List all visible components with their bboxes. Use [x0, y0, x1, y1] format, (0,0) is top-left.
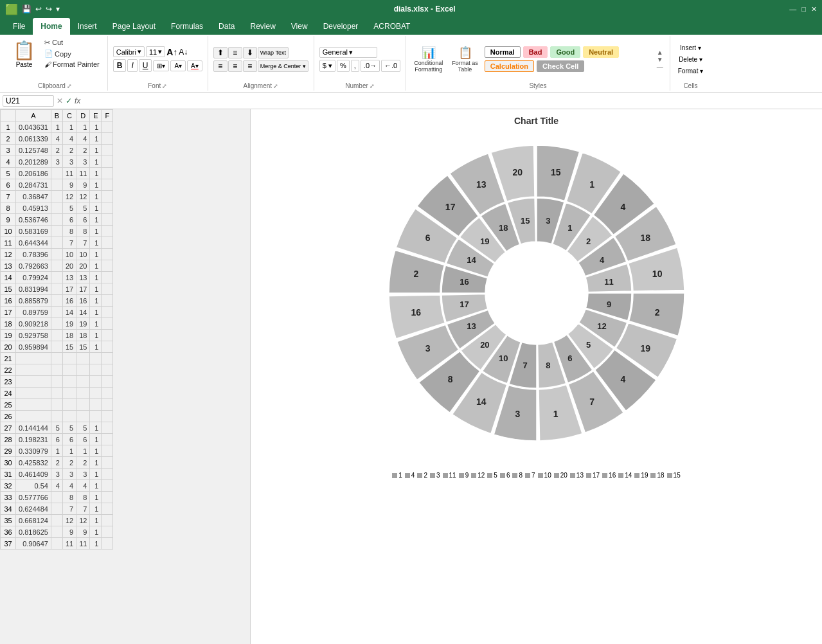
cell[interactable]: [90, 411, 102, 422]
cell[interactable]: 11: [62, 168, 76, 179]
cell[interactable]: 1: [90, 249, 102, 260]
col-header-a[interactable]: A: [16, 110, 51, 121]
row-header[interactable]: 3: [1, 145, 16, 156]
align-bottom-btn[interactable]: ⬇: [243, 47, 257, 58]
cell[interactable]: 3: [62, 156, 76, 168]
cell[interactable]: 1: [76, 445, 90, 457]
cell[interactable]: 4: [62, 480, 76, 492]
cell[interactable]: [102, 469, 113, 480]
cell[interactable]: 1: [90, 526, 102, 538]
formula-input[interactable]: [83, 96, 819, 106]
cell[interactable]: 4: [51, 480, 62, 492]
tab-developer[interactable]: Developer: [316, 18, 366, 35]
cell[interactable]: 9: [62, 526, 76, 538]
bold-button[interactable]: B: [113, 59, 127, 72]
font-size-selector[interactable]: 11 ▾: [146, 46, 165, 57]
row-header[interactable]: 32: [1, 480, 16, 492]
cell[interactable]: 1: [90, 283, 102, 295]
cell[interactable]: [62, 399, 76, 411]
merge-center-btn[interactable]: Merge & Center ▾: [258, 60, 308, 72]
cell[interactable]: 5: [76, 202, 90, 214]
tab-view[interactable]: View: [283, 18, 316, 35]
cell[interactable]: 1: [90, 226, 102, 237]
cell[interactable]: 0.125748: [16, 145, 51, 156]
row-header[interactable]: 25: [1, 399, 16, 411]
cell[interactable]: [102, 283, 113, 295]
cell[interactable]: 1: [90, 538, 102, 550]
cell[interactable]: [102, 480, 113, 492]
cell[interactable]: 6: [76, 434, 90, 445]
cell[interactable]: [102, 515, 113, 526]
row-header[interactable]: 36: [1, 526, 16, 538]
cell[interactable]: 1: [90, 469, 102, 480]
row-header[interactable]: 9: [1, 214, 16, 226]
cell[interactable]: 18: [62, 330, 76, 341]
tab-acrobat[interactable]: ACROBAT: [366, 18, 418, 35]
cell[interactable]: 19: [76, 318, 90, 330]
cell[interactable]: 0.425832: [16, 457, 51, 469]
cell[interactable]: 0.792663: [16, 260, 51, 272]
row-header[interactable]: 21: [1, 353, 16, 364]
cell[interactable]: 17: [62, 283, 76, 295]
cell[interactable]: 0.043631: [16, 121, 51, 133]
cell[interactable]: [51, 526, 62, 538]
cell[interactable]: 0.831994: [16, 283, 51, 295]
cell[interactable]: [102, 330, 113, 341]
style-calculation[interactable]: Calculation: [485, 60, 534, 72]
format-cells-btn[interactable]: Format ▾: [675, 66, 706, 76]
row-header[interactable]: 11: [1, 237, 16, 249]
cell[interactable]: [62, 388, 76, 399]
cell[interactable]: [51, 330, 62, 341]
tab-insert[interactable]: Insert: [70, 18, 105, 35]
increase-decimal-btn[interactable]: .0→: [361, 60, 380, 72]
maximize-btn[interactable]: □: [801, 5, 806, 13]
copy-button[interactable]: 📄 Copy: [42, 48, 102, 59]
row-header[interactable]: 19: [1, 330, 16, 341]
cell[interactable]: 7: [62, 503, 76, 515]
cell[interactable]: 12: [62, 191, 76, 202]
row-header[interactable]: 24: [1, 388, 16, 399]
cell[interactable]: 1: [90, 168, 102, 179]
conditional-formatting-btn[interactable]: 📊 ConditionalFormatting: [411, 43, 445, 75]
cell[interactable]: 11: [76, 168, 90, 179]
cell[interactable]: 0.818625: [16, 526, 51, 538]
cell[interactable]: 0.78396: [16, 249, 51, 260]
row-header[interactable]: 35: [1, 515, 16, 526]
cell[interactable]: 14: [62, 307, 76, 318]
cell[interactable]: 0.54: [16, 480, 51, 492]
font-increase-btn[interactable]: A↑: [166, 47, 177, 57]
row-header[interactable]: 4: [1, 156, 16, 168]
cell[interactable]: 5: [51, 422, 62, 434]
tab-file[interactable]: File: [5, 18, 33, 35]
row-header[interactable]: 16: [1, 295, 16, 307]
cell[interactable]: 1: [90, 214, 102, 226]
cell[interactable]: [16, 364, 51, 376]
percent-btn[interactable]: %: [337, 60, 350, 72]
row-header[interactable]: 34: [1, 503, 16, 515]
cell[interactable]: 1: [90, 237, 102, 249]
cell[interactable]: [102, 457, 113, 469]
cell[interactable]: 1: [90, 341, 102, 353]
cell[interactable]: 11: [62, 538, 76, 550]
number-expand-icon[interactable]: ⤢: [370, 83, 375, 89]
cell[interactable]: 1: [90, 121, 102, 133]
row-header[interactable]: 27: [1, 422, 16, 434]
cell[interactable]: [76, 411, 90, 422]
row-header[interactable]: 5: [1, 168, 16, 179]
cell[interactable]: 1: [90, 179, 102, 191]
font-color-button[interactable]: A▾: [187, 60, 202, 71]
formula-cancel-btn[interactable]: ✕: [57, 96, 63, 105]
row-header[interactable]: 7: [1, 191, 16, 202]
cell[interactable]: [76, 388, 90, 399]
cell[interactable]: 1: [90, 272, 102, 283]
cell[interactable]: [51, 353, 62, 364]
col-header-d[interactable]: D: [76, 110, 90, 121]
align-center-btn[interactable]: ≡: [228, 60, 242, 72]
cell[interactable]: 8: [76, 226, 90, 237]
delete-cells-btn[interactable]: Delete ▾: [676, 55, 705, 64]
cell[interactable]: 0.330979: [16, 445, 51, 457]
row-header[interactable]: 33: [1, 492, 16, 503]
cell[interactable]: 1: [90, 515, 102, 526]
cell[interactable]: [76, 376, 90, 388]
cell[interactable]: 1: [62, 445, 76, 457]
